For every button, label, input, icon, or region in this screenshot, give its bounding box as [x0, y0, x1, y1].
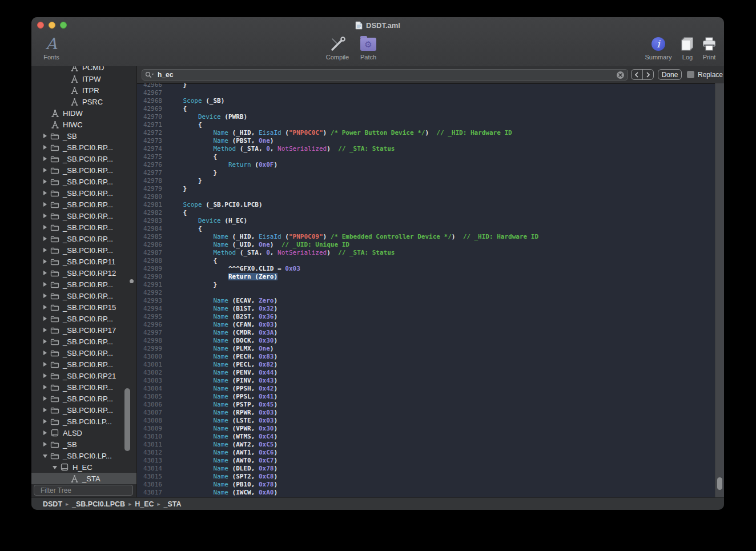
sidebar-item[interactable]: _SB.PCI0.RP...: [31, 222, 136, 233]
disclosure-collapsed-icon[interactable]: [42, 142, 50, 153]
disclosure-collapsed-icon[interactable]: [42, 130, 50, 142]
code-line[interactable]: 42993 Name (ECAV, Zero): [137, 297, 715, 305]
find-input[interactable]: [156, 70, 614, 79]
sidebar-item[interactable]: _STA: [31, 473, 136, 484]
code-line[interactable]: 42973 Name (PBST, One): [137, 137, 715, 145]
code-line[interactable]: 42971 {: [137, 121, 715, 129]
sidebar-item[interactable]: PCMD: [31, 66, 136, 73]
sidebar-item[interactable]: _SB.PCI0.RP...: [31, 199, 136, 210]
disclosure-collapsed-icon[interactable]: [42, 439, 50, 450]
disclosure-collapsed-icon[interactable]: [42, 187, 50, 199]
sidebar-item[interactable]: HIDW: [31, 107, 136, 119]
splitter-handle[interactable]: [130, 279, 134, 283]
disclosure-collapsed-icon[interactable]: [42, 153, 50, 164]
code-line[interactable]: 43015 Name (SPT2, 0xC8): [137, 473, 715, 481]
code-line[interactable]: 43009 Name (VPWR, 0x30): [137, 425, 715, 433]
sidebar-item[interactable]: PSRC: [31, 96, 136, 107]
disclosure-collapsed-icon[interactable]: [42, 336, 50, 347]
code-line[interactable]: 43017 Name (IWCW, 0xA0): [137, 489, 715, 497]
code-line[interactable]: 42976 Return (0x0F): [137, 161, 715, 169]
sidebar-item[interactable]: ITPW: [31, 73, 136, 85]
disclosure-collapsed-icon[interactable]: [42, 404, 50, 416]
code-line[interactable]: 42970 Device (PWRB): [137, 113, 715, 121]
code-line[interactable]: 42988 {: [137, 257, 715, 265]
summary-button[interactable]: i Summary: [642, 35, 675, 61]
code-line[interactable]: 42983 Device (H_EC): [137, 217, 715, 225]
code-line[interactable]: 43012 Name (AWT1, 0xC6): [137, 449, 715, 457]
code-line[interactable]: 42981 Scope (_SB.PCI0.LPCB): [137, 201, 715, 209]
code-line[interactable]: 42992: [137, 289, 715, 297]
sidebar-item[interactable]: _SB.PCI0.RP...: [31, 210, 136, 222]
document-proxy-icon[interactable]: [355, 21, 363, 30]
code-line[interactable]: 43011 Name (AWT2, 0xC5): [137, 441, 715, 449]
breadcrumb-item[interactable]: _SB.PCI0.LPCB: [72, 500, 125, 508]
code-line[interactable]: 42967: [137, 89, 715, 97]
code-line[interactable]: 42978 }: [137, 177, 715, 185]
find-next-button[interactable]: [643, 70, 654, 79]
code-line[interactable]: 42991 }: [137, 281, 715, 289]
sidebar-item[interactable]: ITPR: [31, 85, 136, 96]
disclosure-collapsed-icon[interactable]: [42, 370, 50, 381]
code-line[interactable]: 43013 Name (AWT0, 0xC7): [137, 457, 715, 465]
code-line[interactable]: 42975 {: [137, 153, 715, 161]
code-line[interactable]: 42974 Method (_STA, 0, NotSerialized) //…: [137, 145, 715, 153]
code-line[interactable]: 43004 Name (PPSH, 0x42): [137, 385, 715, 393]
code-line[interactable]: 42977 }: [137, 169, 715, 177]
search-menu-icon[interactable]: [145, 71, 154, 78]
code-line[interactable]: 42998 Name (DOCK, 0x30): [137, 337, 715, 345]
sidebar-item[interactable]: _SB.PCI0.RP...: [31, 347, 136, 359]
disclosure-collapsed-icon[interactable]: [42, 164, 50, 176]
disclosure-collapsed-icon[interactable]: [42, 347, 50, 359]
find-field[interactable]: [142, 69, 628, 81]
clear-search-icon[interactable]: [616, 71, 625, 79]
disclosure-collapsed-icon[interactable]: [42, 301, 50, 313]
disclosure-collapsed-icon[interactable]: [42, 416, 50, 427]
code-line[interactable]: 43007 Name (RPWR, 0x03): [137, 409, 715, 417]
disclosure-collapsed-icon[interactable]: [42, 244, 50, 256]
code-line[interactable]: 43001 Name (PECL, 0x82): [137, 361, 715, 369]
code-line[interactable]: 42995 Name (B2ST, 0x36): [137, 313, 715, 321]
code-line[interactable]: 42990 Return (Zero): [137, 273, 715, 281]
fonts-button[interactable]: A Fonts: [38, 35, 65, 61]
disclosure-collapsed-icon[interactable]: [42, 279, 50, 290]
filter-tree-input[interactable]: [39, 486, 130, 495]
compile-button[interactable]: Compile: [322, 35, 353, 61]
code-line[interactable]: 43002 Name (PENV, 0x44): [137, 369, 715, 377]
editor-scrollbar-track[interactable]: [715, 83, 724, 497]
code-line[interactable]: 43006 Name (PSTP, 0x45): [137, 401, 715, 409]
disclosure-expanded-icon[interactable]: [51, 461, 59, 473]
sidebar-item[interactable]: _SB.PCI0.RP...: [31, 142, 136, 153]
code-line[interactable]: 42969 {: [137, 105, 715, 113]
code-line[interactable]: 43005 Name (PPSL, 0x41): [137, 393, 715, 401]
sidebar-item[interactable]: _SB.PCI0.RP11: [31, 256, 136, 267]
disclosure-collapsed-icon[interactable]: [42, 381, 50, 393]
sidebar-item[interactable]: _SB.PCI0.RP...: [31, 164, 136, 176]
done-button[interactable]: Done: [658, 69, 682, 80]
disclosure-collapsed-icon[interactable]: [42, 313, 50, 324]
replace-toggle[interactable]: Replace: [687, 69, 723, 80]
sidebar-item[interactable]: _SB.PCI0.LP...: [31, 450, 136, 461]
sidebar-item[interactable]: _SB.PCI0.RP...: [31, 404, 136, 416]
title-bar[interactable]: DSDT.aml: [31, 17, 724, 33]
code-line[interactable]: 42996 Name (CFAN, 0x03): [137, 321, 715, 329]
code-line[interactable]: 42999 Name (PLMX, One): [137, 345, 715, 353]
sidebar-item[interactable]: _SB.PCI0.RP...: [31, 313, 136, 324]
sidebar-item[interactable]: ALSD: [31, 427, 136, 439]
sidebar-item[interactable]: _SB.PCI0.RP...: [31, 359, 136, 370]
breadcrumb-item[interactable]: _STA: [164, 500, 182, 508]
sidebar-item[interactable]: _SB.PCI0.RP...: [31, 336, 136, 347]
code-line[interactable]: 43016 Name (PB10, 0x78): [137, 481, 715, 489]
code-editor[interactable]: 42966 }4296742968 Scope (_SB)42969 {4297…: [137, 83, 724, 497]
sidebar-item[interactable]: _SB.PCI0.RP...: [31, 381, 136, 393]
code-line[interactable]: 42968 Scope (_SB): [137, 97, 715, 105]
sidebar-item[interactable]: _SB.PCI0.RP...: [31, 233, 136, 244]
code-line[interactable]: 42966 }: [137, 83, 715, 89]
code-line[interactable]: 43003 Name (PINV, 0x43): [137, 377, 715, 385]
code-line[interactable]: 43014 Name (DLED, 0x78): [137, 465, 715, 473]
code-line[interactable]: 42985 Name (_HID, EisaId ("PNP0C09") /* …: [137, 233, 715, 241]
sidebar-item[interactable]: _SB.PCI0.RP...: [31, 290, 136, 301]
sidebar-item[interactable]: _SB.PCI0.RP...: [31, 153, 136, 164]
sidebar-item[interactable]: _SB.PCI0.RP15: [31, 301, 136, 313]
disclosure-collapsed-icon[interactable]: [42, 233, 50, 244]
code-line[interactable]: 43000 Name (PECH, 0x83): [137, 353, 715, 361]
